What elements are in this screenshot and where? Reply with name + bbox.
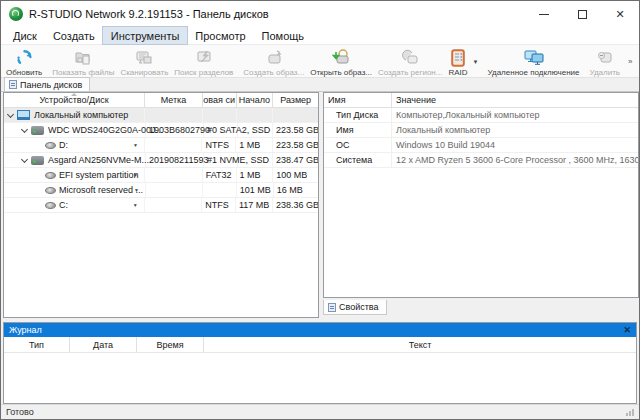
refresh-icon bbox=[16, 48, 33, 67]
delete-button[interactable]: Удалить bbox=[586, 46, 623, 77]
raid-dropdown-icon[interactable]: ▼ bbox=[471, 46, 481, 77]
partition-icon bbox=[45, 142, 56, 149]
toolbar-overflow-chevron[interactable]: » bbox=[623, 46, 637, 77]
status-text: Готово bbox=[6, 407, 34, 417]
app-window: R-STUDIO Network 9.2.191153 - Панель дис… bbox=[0, 0, 640, 420]
hard-drive-icon bbox=[31, 156, 44, 165]
collapse-chevron-icon[interactable] bbox=[21, 126, 29, 134]
column-filesystem[interactable]: овая си bbox=[203, 93, 237, 107]
log-title-bar: Журнал ✕ bbox=[4, 323, 636, 337]
maximize-button[interactable] bbox=[563, 1, 601, 27]
status-bar: Готово bbox=[1, 404, 639, 419]
properties-panel: Имя Значение Тип Диска Компьютер,Локальн… bbox=[323, 92, 639, 298]
properties-tab-bar: Свойства bbox=[323, 300, 387, 316]
tree-row-asgard-drive[interactable]: Asgard AN256NVMe-M... 201908211593 #1 NV… bbox=[4, 153, 318, 168]
scan-button[interactable]: Сканировать bbox=[117, 46, 171, 77]
create-region-button[interactable]: Создать регион... bbox=[375, 46, 445, 77]
scan-icon bbox=[135, 48, 153, 67]
toolbar: Обновить Показать файлы Сканировать Поис… bbox=[1, 45, 639, 78]
partition-dropdown-icon[interactable]: ▼ bbox=[133, 202, 138, 208]
property-row-os[interactable]: ОС Windows 10 Build 19044 bbox=[324, 138, 638, 153]
partition-icon bbox=[45, 202, 56, 209]
disk-tree-header: Устройство/Диск Метка овая си Начало Раз… bbox=[4, 93, 318, 108]
menu-disk[interactable]: Диск bbox=[5, 27, 45, 44]
main-area: Устройство/Диск Метка овая си Начало Раз… bbox=[1, 92, 639, 320]
remote-connection-button[interactable]: Удаленное подключение bbox=[485, 46, 583, 77]
tree-row-partition-d[interactable]: D:▼ NTFS 1 MB 223.58 GB bbox=[4, 138, 318, 153]
log-close-icon[interactable]: ✕ bbox=[623, 325, 631, 335]
menu-help[interactable]: Помощь bbox=[254, 27, 313, 44]
tree-row-partition-c[interactable]: C:▼ NTFS 117 MB 238.36 GB bbox=[4, 198, 318, 213]
disk-panel-tab-label: Панель дисков bbox=[20, 80, 82, 90]
find-partitions-button[interactable]: Поиск разделов bbox=[171, 46, 236, 77]
partition-icon bbox=[45, 187, 56, 194]
tab-disk-panel[interactable]: Панель дисков bbox=[4, 77, 90, 91]
column-size[interactable]: Размер bbox=[273, 93, 318, 107]
open-image-button[interactable]: Открыть образ... bbox=[307, 46, 375, 77]
partition-dropdown-icon[interactable]: ▼ bbox=[133, 142, 138, 148]
close-button[interactable]: ✕ bbox=[601, 1, 639, 27]
show-files-icon bbox=[74, 48, 92, 67]
log-column-text[interactable]: Текст bbox=[204, 337, 636, 352]
column-device[interactable]: Устройство/Диск bbox=[4, 93, 145, 107]
partition-dropdown-icon[interactable]: ▼ bbox=[133, 172, 138, 178]
menu-create[interactable]: Создать bbox=[45, 27, 103, 44]
title-bar: R-STUDIO Network 9.2.191153 - Панель дис… bbox=[1, 1, 639, 27]
menu-view[interactable]: Просмотр bbox=[187, 27, 253, 44]
network-signal-icon bbox=[626, 409, 634, 416]
disk-tree-panel: Устройство/Диск Метка овая си Начало Раз… bbox=[3, 92, 319, 318]
collapse-chevron-icon[interactable] bbox=[21, 156, 29, 164]
window-title: R-STUDIO Network 9.2.191153 - Панель дис… bbox=[29, 8, 269, 20]
column-label[interactable]: Метка bbox=[145, 93, 203, 107]
open-image-icon bbox=[332, 48, 350, 67]
minimize-button[interactable] bbox=[525, 1, 563, 27]
tree-row-partition-efi[interactable]: EFI system partition▼ FAT32 1 MB 100 MB bbox=[4, 168, 318, 183]
tree-row-wdc-drive[interactable]: WDC WDS240G2G0A-00J... 1903B6802790 #0 S… bbox=[4, 123, 318, 138]
refresh-button[interactable]: Обновить bbox=[3, 46, 45, 77]
log-panel: Журнал ✕ Тип Дата Время Текст bbox=[3, 322, 637, 404]
tab-properties[interactable]: Свойства bbox=[323, 300, 387, 315]
create-image-icon bbox=[265, 48, 283, 67]
log-column-time[interactable]: Время bbox=[137, 337, 204, 352]
collapse-chevron-icon[interactable] bbox=[7, 111, 15, 119]
raid-icon bbox=[450, 48, 466, 67]
delete-icon bbox=[596, 48, 614, 67]
property-row-disk-type[interactable]: Тип Диска Компьютер,Локальный компьютер bbox=[324, 108, 638, 123]
remote-connection-icon bbox=[523, 48, 545, 67]
log-title: Журнал bbox=[9, 325, 42, 335]
property-row-system[interactable]: Система 12 x AMD Ryzen 5 3600 6-Core Pro… bbox=[324, 153, 638, 168]
column-prop-name[interactable]: Имя bbox=[324, 93, 392, 107]
minimize-icon bbox=[539, 14, 549, 15]
computer-icon bbox=[17, 110, 30, 120]
show-files-button[interactable]: Показать файлы bbox=[49, 46, 117, 77]
menu-tools[interactable]: Инструменты bbox=[103, 27, 188, 44]
maximize-icon bbox=[578, 10, 587, 19]
window-controls: ✕ bbox=[525, 1, 639, 27]
menu-bar: Диск Создать Инструменты Просмотр Помощь bbox=[1, 27, 639, 45]
view-tab-bar: Панель дисков bbox=[1, 78, 639, 92]
property-row-name[interactable]: Имя Локальный компьютер bbox=[324, 123, 638, 138]
sort-ascending-icon bbox=[71, 93, 77, 96]
partition-icon bbox=[45, 172, 56, 179]
properties-header: Имя Значение bbox=[324, 93, 638, 108]
create-image-button[interactable]: Создать образ... bbox=[240, 46, 307, 77]
tree-row-local-computer[interactable]: Локальный компьютер bbox=[4, 108, 318, 123]
app-logo-icon bbox=[9, 7, 23, 21]
properties-tab-icon bbox=[328, 303, 336, 312]
log-column-type[interactable]: Тип bbox=[4, 337, 70, 352]
hard-drive-icon bbox=[31, 126, 44, 135]
properties-tab-label: Свойства bbox=[339, 302, 379, 312]
create-region-icon bbox=[401, 48, 419, 67]
find-partitions-icon bbox=[195, 48, 213, 67]
log-header: Тип Дата Время Текст bbox=[4, 337, 636, 353]
partition-dropdown-icon[interactable]: ▼ bbox=[134, 187, 139, 193]
column-prop-value[interactable]: Значение bbox=[392, 93, 638, 107]
disk-panel-tab-icon bbox=[9, 80, 17, 89]
raid-button[interactable]: RAID bbox=[445, 46, 470, 77]
column-start[interactable]: Начало bbox=[237, 93, 274, 107]
log-column-date[interactable]: Дата bbox=[70, 337, 137, 352]
tree-row-partition-msr[interactable]: Microsoft reserved ...▼ 101 MB 16 MB bbox=[4, 183, 318, 198]
